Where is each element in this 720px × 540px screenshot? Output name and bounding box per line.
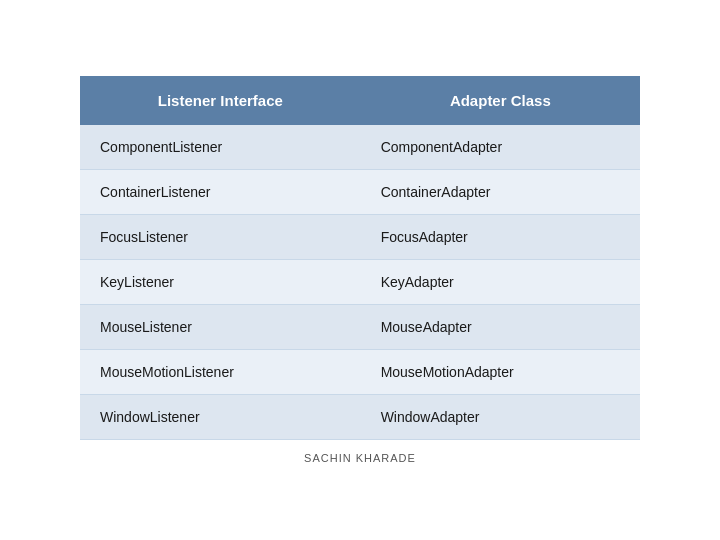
table-wrapper: Listener Interface Adapter Class Compone…: [80, 76, 640, 464]
footer-text: SACHIN KHARADE: [80, 452, 640, 464]
adapter-table: Listener Interface Adapter Class Compone…: [80, 76, 640, 440]
table-row: ContainerListenerContainerAdapter: [80, 170, 640, 215]
table-row: ComponentListenerComponentAdapter: [80, 125, 640, 170]
listener-cell: WindowListener: [80, 395, 361, 440]
listener-cell: ContainerListener: [80, 170, 361, 215]
table-row: WindowListenerWindowAdapter: [80, 395, 640, 440]
table-row: KeyListenerKeyAdapter: [80, 260, 640, 305]
adapter-cell: ContainerAdapter: [361, 170, 640, 215]
table-row: FocusListenerFocusAdapter: [80, 215, 640, 260]
header-adapter-class: Adapter Class: [361, 76, 640, 125]
adapter-cell: MouseAdapter: [361, 305, 640, 350]
table-header-row: Listener Interface Adapter Class: [80, 76, 640, 125]
listener-cell: MouseListener: [80, 305, 361, 350]
adapter-cell: ComponentAdapter: [361, 125, 640, 170]
listener-cell: ComponentListener: [80, 125, 361, 170]
table-row: MouseMotionListenerMouseMotionAdapter: [80, 350, 640, 395]
adapter-cell: WindowAdapter: [361, 395, 640, 440]
listener-cell: FocusListener: [80, 215, 361, 260]
listener-cell: MouseMotionListener: [80, 350, 361, 395]
header-listener-interface: Listener Interface: [80, 76, 361, 125]
table-row: MouseListenerMouseAdapter: [80, 305, 640, 350]
adapter-cell: MouseMotionAdapter: [361, 350, 640, 395]
adapter-cell: KeyAdapter: [361, 260, 640, 305]
listener-cell: KeyListener: [80, 260, 361, 305]
adapter-cell: FocusAdapter: [361, 215, 640, 260]
